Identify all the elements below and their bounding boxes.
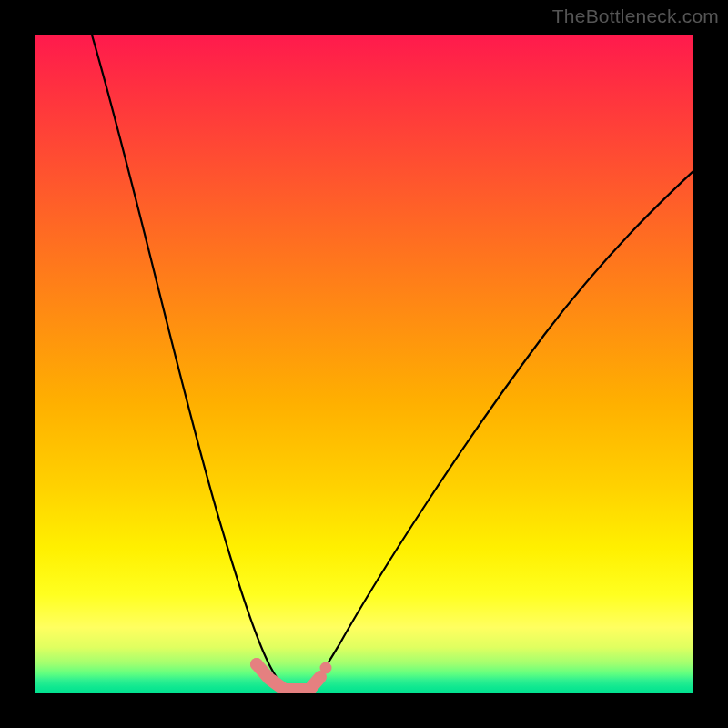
marker-dot-gap [250,658,263,671]
marker-segment-right [309,677,320,690]
left-curve [89,35,286,690]
right-curve [309,171,693,690]
watermark-text: TheBottleneck.com [552,5,719,27]
chart-frame [35,35,693,693]
chart-svg [35,35,693,693]
marker-dot-1 [320,662,332,674]
